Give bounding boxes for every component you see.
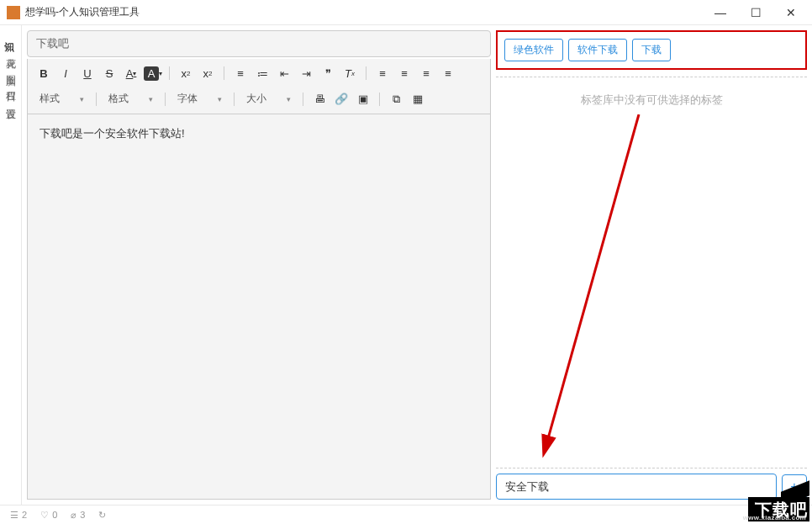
image-icon[interactable]: ▣ <box>354 90 372 109</box>
format-select[interactable]: 格式▾ <box>103 89 158 109</box>
editor-toolbar: B I U S A▾ A▾ x2 x2 ≡ ≔ ⇤ ⇥ ❞ Tx <box>27 59 491 114</box>
align-right-button[interactable]: ≡ <box>417 64 435 82</box>
underline-button[interactable]: U <box>78 64 97 82</box>
app-title: 想学吗-个人知识管理工具 <box>25 5 714 19</box>
watermark: 下载吧 www.xiazaiba.com <box>713 471 809 521</box>
indent-button[interactable]: ⇥ <box>297 64 315 82</box>
font-select[interactable]: 字体▾ <box>172 89 227 109</box>
content-area: 下载吧 B I U S A▾ A▾ x2 x2 ≡ ≔ ⇤ ⇥ <box>22 25 812 505</box>
tag-chip[interactable]: 绿色软件 <box>504 39 563 61</box>
close-button[interactable]: ✕ <box>785 7 797 19</box>
print-icon[interactable]: 🖶 <box>310 90 329 109</box>
superscript-button[interactable]: x2 <box>198 64 217 82</box>
active-tags-box: 绿色软件 软件下载 下载 <box>496 30 807 70</box>
subscript-button[interactable]: x2 <box>177 64 195 82</box>
unordered-list-button[interactable]: ≔ <box>253 64 272 82</box>
table-icon[interactable]: ▦ <box>409 90 427 109</box>
window-controls: — ☐ ✕ <box>714 7 805 19</box>
maximize-button[interactable]: ☐ <box>750 7 762 19</box>
style-select[interactable]: 样式▾ <box>34 89 89 109</box>
tag-library-empty-msg: 标签库中没有可供选择的标签 <box>496 77 807 114</box>
sidebar-item-knowledge[interactable]: 知识 <box>0 25 21 42</box>
align-center-button[interactable]: ≡ <box>395 64 414 82</box>
highlight-button[interactable]: A▾ <box>144 64 162 82</box>
ordered-list-button[interactable]: ≡ <box>231 64 250 82</box>
size-select[interactable]: 大小▾ <box>241 89 296 109</box>
sidebar-item-mindmap[interactable]: 脑图 <box>0 59 21 76</box>
status-count-1: ☰ 2 <box>10 510 27 521</box>
main-area: 知识 火花 脑图 日程 设置 下载吧 B I U S A▾ A▾ x2 x2 <box>0 25 812 505</box>
clear-format-button[interactable]: Tx <box>340 64 359 82</box>
status-bar: ☰ 2 ♡ 0 ⌀ 3 ↻ ⊙ Bug <box>0 505 812 524</box>
watermark-url: www.xiazaiba.com <box>743 514 806 521</box>
editor-body[interactable]: 下载吧是一个安全软件下载站! <box>27 114 491 500</box>
minimize-button[interactable]: — <box>714 7 726 19</box>
status-count-3: ⌀ 3 <box>71 510 85 521</box>
bold-button[interactable]: B <box>34 64 53 82</box>
sidebar: 知识 火花 脑图 日程 设置 <box>0 25 22 505</box>
status-refresh-icon[interactable]: ↻ <box>98 510 106 521</box>
note-title-input[interactable]: 下载吧 <box>27 30 491 57</box>
outdent-button[interactable]: ⇤ <box>275 64 293 82</box>
sidebar-item-settings[interactable]: 设置 <box>0 93 21 109</box>
font-color-button[interactable]: A▾ <box>122 64 140 82</box>
svg-line-0 <box>545 114 639 451</box>
link-icon[interactable]: 🔗 <box>332 90 351 109</box>
tags-fill-area <box>496 114 807 461</box>
strike-button[interactable]: S <box>100 64 119 82</box>
app-icon <box>7 6 20 19</box>
code-icon[interactable]: ⧉ <box>387 90 405 109</box>
sidebar-item-schedule[interactable]: 日程 <box>0 76 21 93</box>
align-justify-button[interactable]: ≡ <box>439 64 457 82</box>
status-count-2: ♡ 0 <box>40 510 57 521</box>
italic-button[interactable]: I <box>56 64 75 82</box>
tags-panel: 绿色软件 软件下载 下载 标签库中没有可供选择的标签 <box>496 30 807 500</box>
tag-chip[interactable]: 下载 <box>632 39 671 61</box>
title-bar: 想学吗-个人知识管理工具 — ☐ ✕ <box>0 0 812 25</box>
tag-chip[interactable]: 软件下载 <box>568 39 627 61</box>
editor-column: 下载吧 B I U S A▾ A▾ x2 x2 ≡ ≔ ⇤ ⇥ <box>27 30 491 500</box>
align-left-button[interactable]: ≡ <box>373 64 392 82</box>
sidebar-item-spark[interactable]: 火花 <box>0 42 21 59</box>
quote-button[interactable]: ❞ <box>319 64 337 82</box>
